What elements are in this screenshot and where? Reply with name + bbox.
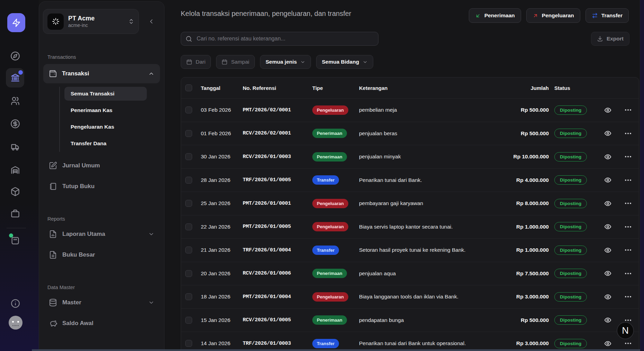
cell-keterangan: pendapatan bunga — [359, 317, 497, 323]
select-all-checkbox[interactable] — [185, 84, 192, 91]
row-checkbox[interactable] — [185, 293, 192, 300]
table-row: 25 Jan 2026 PMT/2026/01/0001 Pengeluaran… — [181, 192, 639, 215]
row-actions-button[interactable] — [617, 156, 639, 157]
status-badge: Diposting — [554, 129, 587, 138]
cell-tanggal: 25 Jan 2026 — [201, 200, 243, 206]
app-logo[interactable] — [7, 13, 25, 32]
table-row: 20 Jan 2026 RCV/2026/01/0006 Penerimaan … — [181, 262, 639, 286]
row-checkbox-cell — [181, 177, 201, 184]
row-actions-button[interactable] — [617, 226, 639, 228]
cell-tanggal: 18 Jan 2026 — [201, 294, 243, 300]
field-filter-dropdown[interactable]: Semua Bidang — [316, 55, 373, 69]
user-avatar[interactable] — [9, 316, 23, 330]
status-badge: Diposting — [554, 105, 587, 115]
row-actions-button[interactable] — [617, 133, 639, 134]
row-checkbox[interactable] — [185, 247, 192, 253]
view-row-button[interactable] — [598, 316, 617, 324]
sidebar-collapse-button[interactable] — [148, 18, 155, 25]
sidebar-item-transaksi[interactable]: Transaksi — [43, 64, 160, 83]
column-header-keterangan: Keterangan — [359, 85, 497, 91]
row-checkbox[interactable] — [185, 153, 192, 160]
type-filter-dropdown[interactable]: Semua jenis — [260, 55, 311, 69]
sidebar-item-saldo-awal[interactable]: Saldo Awal — [43, 315, 160, 332]
export-button[interactable]: Export — [591, 32, 629, 46]
row-actions-button[interactable] — [617, 249, 639, 251]
view-row-button[interactable] — [598, 130, 617, 137]
package-icon[interactable] — [10, 186, 20, 197]
view-row-button[interactable] — [598, 107, 617, 114]
row-checkbox[interactable] — [185, 177, 192, 184]
table-row: 28 Jan 2026 TRF/2026/01/0005 Transfer Pe… — [181, 169, 639, 192]
info-icon[interactable] — [10, 298, 20, 308]
row-actions-button[interactable] — [617, 320, 639, 321]
org-switcher[interactable]: PT Acme acme-inc — [43, 9, 139, 34]
row-checkbox-cell — [181, 293, 201, 300]
row-checkbox[interactable] — [185, 317, 192, 324]
section-label-transactions: Transactions — [47, 54, 160, 61]
row-actions-button[interactable] — [617, 343, 639, 344]
view-row-button[interactable] — [598, 200, 617, 207]
pengeluaran-button[interactable]: Pengeluaran — [526, 8, 580, 23]
cell-tipe: Penerimaan — [312, 315, 359, 325]
page-scrollbar[interactable] — [640, 0, 644, 351]
row-actions-button[interactable] — [617, 179, 639, 181]
eye-icon — [604, 316, 611, 324]
row-checkbox[interactable] — [185, 223, 192, 230]
eye-icon — [604, 270, 611, 277]
row-actions-button[interactable] — [617, 109, 639, 111]
compass-icon[interactable] — [10, 51, 20, 61]
sidebar-item-semua-transaksi[interactable]: Semua Transaksi — [64, 87, 147, 101]
sidebar-item-laporan-utama[interactable]: Laporan Utama — [43, 226, 160, 242]
transfer-button[interactable]: Transfer — [585, 8, 629, 23]
calendar-icon — [222, 59, 227, 65]
cell-status: Diposting — [549, 292, 598, 302]
eye-icon — [604, 130, 611, 137]
dollar-circle-icon[interactable] — [10, 119, 20, 129]
sidebar-item-jurnal-umum[interactable]: Jurnal Umum — [43, 157, 160, 174]
date-to-filter[interactable]: Sampai — [216, 55, 255, 69]
sidebar-item-pengeluaran-kas[interactable]: Pengeluaran Kas — [64, 119, 160, 135]
view-row-button[interactable] — [598, 247, 617, 254]
sidebar-nav: Transactions Transaksi Semua Transaksi P… — [43, 54, 160, 332]
transactions-table: Tanggal No. Referensi Tipe Keterangan Ju… — [181, 77, 639, 351]
dev-indicator-badge[interactable]: N — [617, 322, 634, 339]
cell-tanggal: 20 Jan 2026 — [201, 270, 243, 277]
row-actions-button[interactable] — [617, 296, 639, 297]
cell-tanggal: 01 Feb 2026 — [201, 130, 243, 137]
penerimaan-button[interactable]: Penerimaan — [469, 8, 521, 23]
sidebar-item-transfer-dana[interactable]: Transfer Dana — [64, 135, 160, 152]
row-actions-button[interactable] — [617, 203, 639, 204]
row-checkbox[interactable] — [185, 340, 192, 347]
org-slug: acme-inc — [68, 22, 124, 28]
row-checkbox[interactable] — [185, 107, 192, 113]
row-checkbox[interactable] — [185, 270, 192, 277]
page-subtitle: Kelola transaksi penerimaan, pengeluaran… — [181, 10, 351, 18]
date-from-filter[interactable]: Dari — [181, 55, 211, 69]
view-row-button[interactable] — [598, 293, 617, 301]
row-checkbox[interactable] — [185, 130, 192, 137]
cell-status: Diposting — [549, 315, 598, 325]
cell-status: Diposting — [549, 246, 598, 255]
users-icon[interactable] — [10, 96, 20, 106]
warehouse-icon[interactable] — [10, 165, 20, 175]
row-actions-button[interactable] — [617, 273, 639, 274]
truck-icon[interactable] — [10, 142, 20, 152]
view-row-button[interactable] — [598, 270, 617, 277]
sidebar-item-penerimaan-kas[interactable]: Penerimaan Kas — [64, 102, 160, 119]
sidebar-item-master[interactable]: Master — [43, 294, 160, 311]
view-row-button[interactable] — [598, 223, 617, 230]
sidebar-item-tutup-buku[interactable]: Tutup Buku — [43, 178, 160, 195]
search-input[interactable] — [196, 35, 374, 42]
download-icon — [597, 36, 603, 42]
tipe-badge: Penerimaan — [312, 269, 347, 278]
view-row-button[interactable] — [598, 153, 617, 160]
table-row: 01 Feb 2026 RCV/2026/02/0001 Penerimaan … — [181, 122, 639, 146]
cell-jumlah: Rp 8.000.000 — [497, 200, 549, 206]
row-checkbox[interactable] — [185, 200, 192, 207]
view-row-button[interactable] — [598, 340, 617, 347]
sidebar-item-label: Transaksi — [62, 70, 143, 77]
cell-keterangan: Penarikan tunai dari Bank. — [359, 177, 497, 183]
briefcase-icon[interactable] — [10, 209, 20, 219]
view-row-button[interactable] — [598, 176, 617, 184]
sidebar-item-buku-besar[interactable]: Buku Besar — [43, 247, 160, 263]
